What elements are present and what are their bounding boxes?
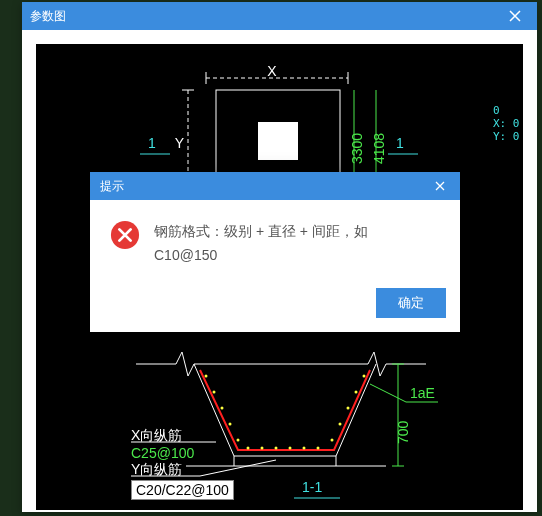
dim-1750-left: 1750 <box>196 44 227 45</box>
svg-point-23 <box>261 447 264 450</box>
y-rebar-edit-field[interactable]: C20/C22@100 <box>131 480 234 500</box>
center-column <box>258 122 298 160</box>
dialog-close-button[interactable] <box>430 176 450 196</box>
main-window-title: 参数图 <box>30 8 66 25</box>
dialog-body: 钢筋格式：级别 + 直径 + 间距，如 C10@150 <box>90 200 460 280</box>
svg-point-28 <box>331 439 334 442</box>
dim-x-label: X <box>267 63 277 79</box>
side-info-panel: 0 X: 0 Y: 0 <box>493 104 523 143</box>
section-mark-right: 1 <box>396 135 404 151</box>
dialog-message: 钢筋格式：级别 + 直径 + 间距，如 C10@150 <box>154 220 368 268</box>
rebar-dots <box>205 375 366 450</box>
dialog-footer: 确定 <box>90 280 460 332</box>
label-1aE: 1aE <box>410 385 435 401</box>
svg-point-24 <box>275 447 278 450</box>
dim-3300: 3300 <box>349 133 365 164</box>
svg-point-26 <box>303 447 306 450</box>
svg-point-27 <box>317 447 320 450</box>
main-titlebar: 参数图 <box>22 2 537 30</box>
dialog-message-line1: 钢筋格式：级别 + 直径 + 间距，如 <box>154 220 368 244</box>
svg-point-22 <box>247 447 250 450</box>
close-icon <box>435 181 445 191</box>
section-title: 1-1 <box>302 479 322 495</box>
side-info-y: Y: 0 <box>493 130 523 143</box>
main-close-button[interactable] <box>501 2 529 30</box>
error-icon <box>110 220 140 250</box>
dim-4108: 4108 <box>371 133 387 164</box>
value-x-rebar: C25@100 <box>131 445 194 461</box>
dim-1750-right: 1750 <box>426 44 457 45</box>
close-icon <box>509 10 521 22</box>
label-x-rebar: X向纵筋 <box>131 427 182 443</box>
dim-y-label: Y <box>175 135 185 151</box>
svg-point-18 <box>213 391 216 394</box>
svg-point-29 <box>339 423 342 426</box>
svg-line-33 <box>370 384 406 402</box>
svg-point-21 <box>237 439 240 442</box>
svg-line-40 <box>200 460 276 476</box>
svg-point-17 <box>205 375 208 378</box>
side-info-0: 0 <box>493 104 523 117</box>
label-y-rebar: Y向纵筋 <box>131 461 182 477</box>
svg-point-31 <box>355 391 358 394</box>
dialog-title: 提示 <box>100 178 124 195</box>
dialog-message-line2: C10@150 <box>154 244 368 268</box>
svg-point-25 <box>289 447 292 450</box>
svg-point-32 <box>363 375 366 378</box>
svg-point-19 <box>221 407 224 410</box>
svg-point-20 <box>229 423 232 426</box>
ok-button[interactable]: 确定 <box>376 288 446 318</box>
svg-point-30 <box>347 407 350 410</box>
dialog-titlebar: 提示 <box>90 172 460 200</box>
dim-700: 700 <box>395 420 411 444</box>
side-info-x: X: 0 <box>493 117 523 130</box>
error-dialog: 提示 钢筋格式：级别 + 直径 + 间距，如 C10@150 确定 <box>90 172 460 332</box>
section-mark-left: 1 <box>148 135 156 151</box>
